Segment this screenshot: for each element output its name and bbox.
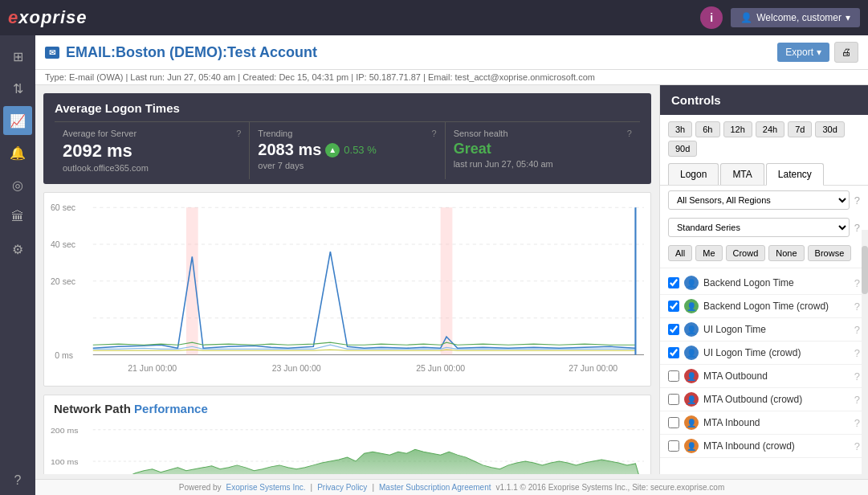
time-90d[interactable]: 90d: [668, 141, 697, 157]
metric-ui-logon-crowd-checkbox[interactable]: [668, 347, 679, 358]
subtitle-text: Type: E-mail (OWA) | Last run: Jun 27, 0…: [45, 72, 595, 82]
metric-backend-logon-crowd-help[interactable]: ?: [854, 301, 860, 313]
metric-backend-logon-crowd-checkbox[interactable]: [668, 301, 679, 312]
welcome-label: Welcome, customer: [756, 12, 842, 23]
sidebar-item-help[interactable]: ?: [3, 466, 32, 495]
tab-latency[interactable]: Latency: [766, 163, 824, 186]
metric-ui-logon-checkbox[interactable]: [668, 324, 679, 335]
time-12h[interactable]: 12h: [723, 121, 752, 137]
server-help-icon[interactable]: ?: [236, 129, 241, 138]
header-bar: ✉ EMAIL:Boston (DEMO):Test Account Expor…: [35, 35, 868, 70]
svg-marker-21: [93, 449, 644, 474]
svg-text:100 ms: 100 ms: [51, 457, 79, 466]
metric-backend-logon-checkbox[interactable]: [668, 277, 679, 288]
sensor-region-filter[interactable]: All Sensors, All Regions: [668, 190, 850, 210]
series-row: Standard Series ?: [660, 215, 868, 242]
metric-ui-logon-icon: 👤: [684, 322, 699, 337]
metric-ui-logon-label: UI Logon Time: [703, 324, 850, 335]
svg-text:200 ms: 200 ms: [51, 426, 79, 435]
svg-text:23 Jun 00:00: 23 Jun 00:00: [272, 364, 321, 373]
chevron-down-icon: ▾: [817, 47, 821, 58]
metric-mta-inbound-crowd: 👤 MTA Inbound (crowd) ?: [660, 435, 868, 458]
metric-ui-logon: 👤 UI Logon Time ?: [660, 318, 868, 342]
sidebar-item-chart[interactable]: 📈: [3, 106, 32, 135]
network-chart-title: Network Path Performance: [44, 395, 650, 419]
metrics-list: 👤 Backend Logon Time ? 👤 Backend Logon T…: [660, 268, 868, 474]
time-6h[interactable]: 6h: [695, 121, 719, 137]
user-icon: 👤: [740, 12, 752, 23]
svg-rect-10: [441, 207, 453, 354]
nav-right: i 👤 Welcome, customer ▾: [700, 6, 860, 29]
network-chart-inner: 200 ms 100 ms: [44, 419, 650, 474]
metric-mta-outbound-crowd: 👤 MTA Outbound (crowd) ?: [660, 388, 868, 411]
sidebar-item-notifications[interactable]: 🔔: [3, 138, 32, 167]
stat-trending: Trending ? 2083 ms ▲ 0.53 % over 7 days: [250, 122, 445, 179]
sensor-none-btn[interactable]: None: [768, 245, 804, 261]
metric-mta-outbound-crowd-checkbox[interactable]: [668, 394, 679, 405]
time-24h[interactable]: 24h: [756, 121, 784, 137]
metric-mta-inbound-help[interactable]: ?: [854, 417, 860, 429]
welcome-button[interactable]: 👤 Welcome, customer ▾: [731, 8, 860, 27]
right-panel: Controls 3h 6h 12h 24h 7d 30d 90d Logon …: [659, 85, 868, 474]
sidebar-item-transfer[interactable]: ⇅: [3, 74, 32, 103]
time-7d[interactable]: 7d: [788, 121, 812, 137]
time-3h[interactable]: 3h: [668, 121, 692, 137]
email-icon: ✉: [45, 47, 59, 59]
sidebar-item-building[interactable]: 🏛: [3, 202, 32, 231]
logo: exoprise: [8, 7, 88, 28]
stats-title: Average Logon Times: [55, 101, 640, 115]
metric-mta-inbound-checkbox[interactable]: [668, 417, 679, 428]
header-buttons: Export ▾ 🖨: [777, 42, 858, 63]
time-30d[interactable]: 30d: [815, 121, 844, 137]
sensor-browse-btn[interactable]: Browse: [808, 245, 852, 261]
stat-server: Average for Server ? 2092 ms outlook.off…: [55, 122, 250, 179]
print-button[interactable]: 🖨: [834, 42, 858, 63]
footer-subscription-link[interactable]: Master Subscription Agreement: [379, 483, 491, 492]
svg-text:0 ms: 0 ms: [55, 351, 73, 360]
metric-ui-logon-help[interactable]: ?: [854, 324, 860, 336]
metric-mta-inbound: 👤 MTA Inbound ?: [660, 411, 868, 435]
scrollbar-thumb[interactable]: [862, 246, 868, 294]
metric-ui-logon-crowd-help[interactable]: ?: [854, 347, 860, 359]
footer-privacy-link[interactable]: Privacy Policy: [317, 483, 367, 492]
page-title: EMAIL:Boston (DEMO):Test Account: [66, 44, 317, 61]
health-value: Great: [454, 141, 632, 158]
metric-mta-outbound-crowd-icon: 👤: [684, 392, 699, 407]
sidebar-item-location[interactable]: ◎: [3, 170, 32, 199]
trending-help-icon[interactable]: ?: [432, 129, 437, 138]
metric-mta-outbound-help[interactable]: ?: [854, 370, 860, 382]
network-chart-svg: 200 ms 100 ms: [51, 422, 644, 474]
series-help-icon[interactable]: ?: [854, 222, 860, 234]
health-sub: last run Jun 27, 05:40 am: [454, 159, 632, 169]
health-help-icon[interactable]: ?: [627, 129, 632, 138]
sidebar-item-dashboard[interactable]: ⊞: [3, 42, 32, 71]
tab-logon[interactable]: Logon: [668, 163, 719, 185]
network-title-word1: Network Path: [54, 402, 134, 415]
sidebar-item-settings[interactable]: ⚙: [3, 235, 32, 264]
server-label: Average for Server: [63, 129, 137, 138]
series-filter[interactable]: Standard Series: [668, 218, 850, 237]
tab-mta[interactable]: MTA: [720, 163, 764, 185]
info-button[interactable]: i: [700, 6, 723, 29]
sensor-crowd-btn[interactable]: Crowd: [726, 245, 766, 261]
export-button[interactable]: Export ▾: [777, 43, 829, 62]
metric-backend-logon-help[interactable]: ?: [854, 277, 860, 289]
sensor-buttons: All Me Crowd None Browse: [660, 242, 868, 268]
sensor-all-btn[interactable]: All: [668, 245, 692, 261]
trending-value: 2083 ms: [258, 141, 321, 159]
filter-help-icon[interactable]: ?: [854, 194, 860, 207]
time-buttons: 3h 6h 12h 24h 7d 30d 90d: [660, 115, 868, 163]
footer-powered-by: Powered by: [179, 483, 222, 492]
svg-text:21 Jun 00:00: 21 Jun 00:00: [128, 364, 177, 373]
metric-backend-logon-label: Backend Logon Time: [703, 277, 850, 288]
metric-mta-outbound-checkbox[interactable]: [668, 370, 679, 382]
metric-mta-inbound-crowd-checkbox[interactable]: [668, 440, 679, 452]
metric-mta-outbound-crowd-help[interactable]: ?: [854, 394, 860, 406]
sensor-me-btn[interactable]: Me: [695, 245, 722, 261]
main-content: ✉ EMAIL:Boston (DEMO):Test Account Expor…: [35, 35, 868, 479]
left-panel: Average Logon Times Average for Server ?…: [35, 85, 659, 474]
metric-mta-inbound-icon: 👤: [684, 415, 699, 430]
metric-mta-inbound-crowd-help[interactable]: ?: [854, 440, 860, 452]
footer-company-link[interactable]: Exoprise Systems Inc.: [226, 483, 306, 492]
server-sub: outlook.office365.com: [63, 163, 241, 173]
